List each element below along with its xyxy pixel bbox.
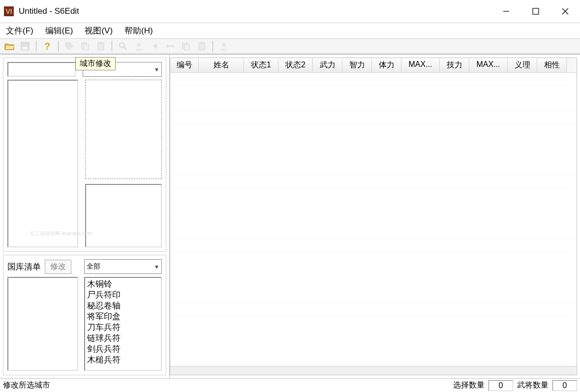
filter-dropdown[interactable]: 全部: [84, 259, 162, 274]
column-header[interactable]: 相性: [537, 58, 567, 72]
list-item[interactable]: 链球兵符: [87, 333, 159, 344]
open-folder-icon: [4, 42, 14, 51]
modify-button[interactable]: 修改: [45, 260, 71, 274]
sel-count-label: 选择数量: [453, 380, 485, 391]
user-button: [132, 40, 145, 53]
column-header[interactable]: 义理: [508, 58, 537, 72]
help-icon: ?: [42, 41, 52, 51]
table-body[interactable]: [170, 73, 577, 366]
gen-count-label: 武将数量: [517, 380, 549, 391]
column-header[interactable]: 编号: [170, 58, 199, 72]
detail-listbox[interactable]: [85, 184, 162, 247]
menu-file[interactable]: 文件(F): [6, 25, 33, 36]
svg-text:?: ?: [44, 41, 50, 51]
save-icon: [21, 42, 30, 51]
title-bar: VI Untitled - S6Edit: [0, 0, 580, 23]
column-header[interactable]: MAX...: [401, 58, 440, 72]
column-header[interactable]: 武力: [313, 58, 342, 72]
paste2-button: [195, 40, 208, 53]
column-header[interactable]: 状态2: [278, 58, 313, 72]
user-icon: [134, 42, 143, 51]
minimize-button[interactable]: [491, 0, 521, 23]
svg-rect-1: [533, 8, 539, 14]
column-header[interactable]: 姓名: [199, 58, 244, 72]
gen-count-value: 0: [552, 380, 577, 391]
main-area: 城市修改 忆三国游戏网 iesanguo.com 国库清单 修改 全部: [0, 55, 580, 378]
svg-rect-8: [84, 44, 89, 50]
menu-edit[interactable]: 编辑(E): [45, 25, 73, 36]
tag-button: [63, 40, 76, 53]
list-item[interactable]: 刀车兵符: [87, 322, 159, 333]
close-button[interactable]: [550, 0, 580, 23]
faction-select[interactable]: [7, 62, 76, 77]
paste-button: [94, 40, 107, 53]
all-items-listbox[interactable]: 木铜铃尸兵符印秘忍卷轴将军印盒刀车兵符链球兵符剑兵兵符木槌兵符: [84, 277, 162, 371]
list-item[interactable]: 秘忍卷轴: [87, 301, 159, 311]
inventory-label: 国库清单: [7, 261, 41, 272]
svg-point-13: [137, 43, 141, 47]
column-header[interactable]: 体力: [372, 58, 401, 72]
owned-items-listbox[interactable]: [7, 277, 78, 371]
column-header[interactable]: 状态1: [244, 58, 278, 72]
svg-rect-10: [99, 42, 102, 44]
swap-button: [164, 40, 177, 53]
paste-icon: [96, 42, 105, 51]
copy-button: [79, 40, 92, 53]
table-header: 编号姓名状态1状态2武力智力体力MAX...技力MAX...义理相性: [170, 58, 577, 73]
left-panel: 城市修改 忆三国游戏网 iesanguo.com 国库清单 修改 全部: [0, 55, 170, 378]
status-hint: 修改所选城市: [3, 380, 50, 391]
toolbar: ?: [0, 39, 580, 55]
copy-icon: [182, 42, 190, 51]
svg-rect-17: [200, 42, 203, 44]
menu-bar: 文件(F) 编辑(E) 视图(V) 帮助(H): [0, 23, 580, 39]
user-icon: [219, 42, 228, 51]
copy2-button: [180, 40, 192, 53]
arrows-horizontal-icon: [165, 42, 175, 51]
list-item[interactable]: 尸兵符印: [87, 290, 159, 301]
maximize-button[interactable]: [521, 0, 550, 23]
list-item[interactable]: 剑兵兵符: [87, 344, 159, 355]
tooltip-city-modify: 城市修改: [75, 57, 116, 70]
help-button[interactable]: ?: [41, 40, 54, 53]
svg-rect-9: [98, 43, 104, 50]
copy-icon: [81, 42, 90, 51]
search-icon: [119, 42, 127, 51]
arrow-left-icon: [150, 42, 159, 51]
column-header[interactable]: 智力: [342, 58, 372, 72]
svg-point-18: [222, 43, 226, 47]
maximize-icon: [532, 8, 539, 15]
right-panel: 编号姓名状态1状态2武力智力体力MAX...技力MAX...义理相性: [170, 58, 577, 375]
close-icon: [562, 8, 569, 15]
save-button: [19, 40, 31, 53]
open-button[interactable]: [3, 40, 16, 53]
sel-count-value: 0: [488, 380, 513, 391]
svg-line-12: [124, 47, 126, 50]
search-button: [117, 40, 129, 53]
left-bottom-pane: 国库清单 修改 全部 木铜铃尸兵符印秘忍卷轴将军印盒刀车兵符链球兵符剑兵兵符木槌…: [3, 255, 166, 375]
menu-help[interactable]: 帮助(H): [124, 25, 153, 36]
svg-point-11: [120, 43, 124, 48]
filter-dropdown-value: 全部: [87, 262, 100, 271]
list-item[interactable]: 木铜铃: [87, 279, 159, 290]
window-title: Untitled - S6Edit: [19, 6, 79, 16]
tag-icon: [65, 42, 74, 51]
paste-icon: [197, 42, 206, 51]
faction-listbox[interactable]: [7, 80, 78, 247]
back-button: [148, 40, 161, 53]
horizontal-scrollbar[interactable]: [170, 366, 577, 375]
list-item[interactable]: 将军印盒: [87, 311, 159, 322]
list-item[interactable]: 木槌兵符: [87, 355, 159, 365]
app-icon: VI: [4, 6, 14, 16]
city-listbox[interactable]: [85, 80, 162, 179]
svg-rect-5: [23, 47, 28, 50]
column-header[interactable]: 技力: [440, 58, 469, 72]
svg-rect-16: [199, 43, 205, 50]
svg-rect-15: [184, 44, 189, 50]
status-bar: 修改所选城市 选择数量 0 武将数量 0: [0, 378, 580, 392]
column-header[interactable]: MAX...: [469, 58, 508, 72]
left-top-pane: 城市修改 忆三国游戏网 iesanguo.com: [3, 58, 166, 252]
minimize-icon: [503, 8, 510, 15]
menu-view[interactable]: 视图(V): [85, 25, 113, 36]
user2-button: [217, 40, 230, 53]
